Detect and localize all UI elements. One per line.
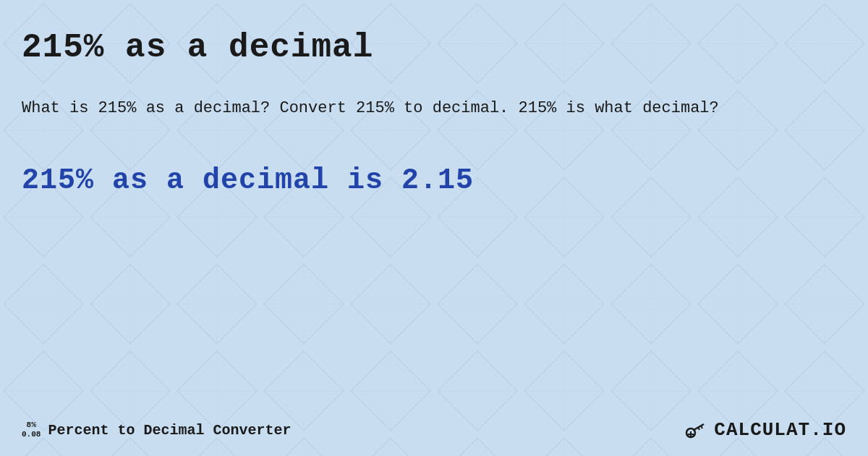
description-text: What is 215% as a decimal? Convert 215% …	[22, 96, 846, 121]
percent-top: 8%	[27, 421, 36, 430]
footer-logo: CALCULAT.IO	[684, 417, 846, 443]
percent-bottom: 0.08	[22, 430, 41, 439]
percent-icon: 8% 0.08	[22, 421, 41, 439]
footer-left: 8% 0.08 Percent to Decimal Converter	[22, 421, 291, 439]
logo-text: CALCULAT.IO	[714, 419, 846, 441]
footer-label: Percent to Decimal Converter	[48, 422, 291, 439]
footer: 8% 0.08 Percent to Decimal Converter CAL…	[22, 417, 846, 443]
main-title: 215% as a decimal	[22, 29, 846, 67]
calculator-icon	[684, 417, 710, 443]
result-text: 215% as a decimal is 2.15	[22, 164, 846, 197]
